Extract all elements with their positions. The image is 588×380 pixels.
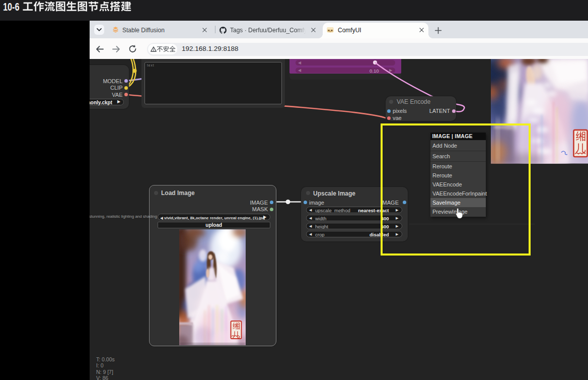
svg-text:10-6: 10-6: [3, 2, 20, 13]
